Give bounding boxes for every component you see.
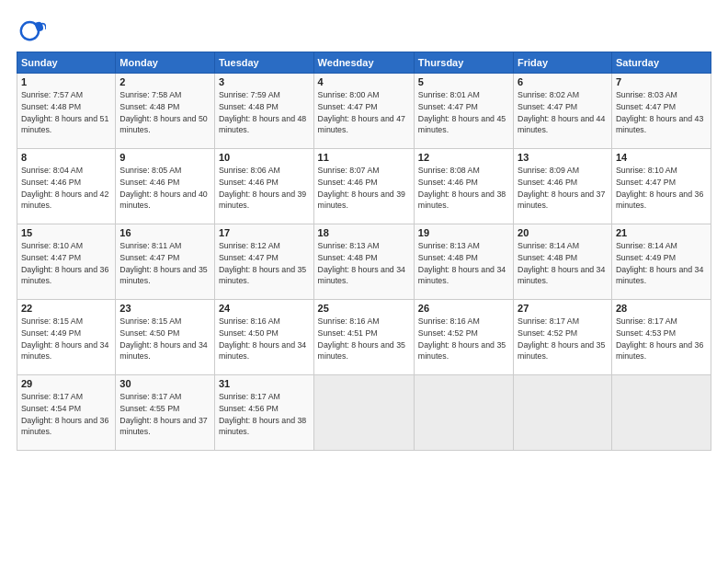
calendar-header-row: SundayMondayTuesdayWednesdayThursdayFrid… xyxy=(17,52,711,74)
day-info: Sunrise: 8:00 AM Sunset: 4:47 PM Dayligh… xyxy=(318,89,410,136)
day-info: Sunrise: 8:08 AM Sunset: 4:46 PM Dayligh… xyxy=(418,165,509,212)
day-number: 13 xyxy=(518,152,608,163)
calendar-cell: 29 Sunrise: 8:17 AM Sunset: 4:54 PM Dayl… xyxy=(17,375,116,451)
day-info: Sunrise: 8:05 AM Sunset: 4:46 PM Dayligh… xyxy=(119,165,210,212)
calendar-week-row: 29 Sunrise: 8:17 AM Sunset: 4:54 PM Dayl… xyxy=(17,375,711,451)
calendar-week-row: 1 Sunrise: 7:57 AM Sunset: 4:48 PM Dayli… xyxy=(17,74,711,149)
day-number: 9 xyxy=(119,152,210,163)
day-info: Sunrise: 8:15 AM Sunset: 4:50 PM Dayligh… xyxy=(119,316,210,362)
day-number: 20 xyxy=(518,227,608,238)
calendar-table: SundayMondayTuesdayWednesdayThursdayFrid… xyxy=(17,52,711,451)
day-number: 8 xyxy=(21,152,111,163)
calendar-cell xyxy=(414,375,513,451)
day-info: Sunrise: 8:17 AM Sunset: 4:53 PM Dayligh… xyxy=(616,316,707,362)
calendar-header-saturday: Saturday xyxy=(611,52,711,74)
day-info: Sunrise: 8:13 AM Sunset: 4:48 PM Dayligh… xyxy=(418,240,509,287)
calendar-cell: 4 Sunrise: 8:00 AM Sunset: 4:47 PM Dayli… xyxy=(313,74,414,149)
day-number: 10 xyxy=(219,152,310,163)
calendar-cell: 25 Sunrise: 8:16 AM Sunset: 4:51 PM Dayl… xyxy=(313,300,414,375)
calendar-cell: 27 Sunrise: 8:17 AM Sunset: 4:52 PM Dayl… xyxy=(514,300,612,375)
calendar-cell: 19 Sunrise: 8:13 AM Sunset: 4:48 PM Dayl… xyxy=(414,224,513,300)
calendar-cell xyxy=(313,375,414,451)
calendar-cell: 22 Sunrise: 8:15 AM Sunset: 4:49 PM Dayl… xyxy=(17,300,116,375)
calendar-week-row: 8 Sunrise: 8:04 AM Sunset: 4:46 PM Dayli… xyxy=(17,149,711,224)
calendar-header-wednesday: Wednesday xyxy=(313,52,414,74)
calendar-cell: 11 Sunrise: 8:07 AM Sunset: 4:46 PM Dayl… xyxy=(313,149,414,224)
day-info: Sunrise: 8:16 AM Sunset: 4:50 PM Dayligh… xyxy=(219,316,310,362)
calendar-cell: 5 Sunrise: 8:01 AM Sunset: 4:47 PM Dayli… xyxy=(414,74,513,149)
calendar-header-friday: Friday xyxy=(514,52,612,74)
day-info: Sunrise: 8:07 AM Sunset: 4:46 PM Dayligh… xyxy=(318,165,410,212)
day-number: 14 xyxy=(616,152,707,163)
page-container: SundayMondayTuesdayWednesdayThursdayFrid… xyxy=(0,0,728,563)
day-info: Sunrise: 8:14 AM Sunset: 4:49 PM Dayligh… xyxy=(616,240,707,287)
logo xyxy=(17,15,50,44)
day-number: 23 xyxy=(119,303,210,314)
header xyxy=(17,15,711,44)
calendar-header-sunday: Sunday xyxy=(17,52,116,74)
day-number: 16 xyxy=(119,227,210,238)
calendar-week-row: 22 Sunrise: 8:15 AM Sunset: 4:49 PM Dayl… xyxy=(17,300,711,375)
day-info: Sunrise: 8:16 AM Sunset: 4:51 PM Dayligh… xyxy=(318,316,410,362)
day-number: 6 xyxy=(518,76,608,87)
day-number: 11 xyxy=(318,152,410,163)
day-number: 30 xyxy=(119,378,210,389)
calendar-cell: 8 Sunrise: 8:04 AM Sunset: 4:46 PM Dayli… xyxy=(17,149,116,224)
day-number: 28 xyxy=(616,303,707,314)
day-info: Sunrise: 8:17 AM Sunset: 4:52 PM Dayligh… xyxy=(518,316,608,362)
calendar-cell: 31 Sunrise: 8:17 AM Sunset: 4:56 PM Dayl… xyxy=(214,375,313,451)
day-info: Sunrise: 8:01 AM Sunset: 4:47 PM Dayligh… xyxy=(418,89,509,136)
calendar-cell: 6 Sunrise: 8:02 AM Sunset: 4:47 PM Dayli… xyxy=(514,74,612,149)
calendar-header-monday: Monday xyxy=(116,52,215,74)
calendar-cell: 15 Sunrise: 8:10 AM Sunset: 4:47 PM Dayl… xyxy=(17,224,116,300)
logo-icon xyxy=(17,15,46,44)
day-number: 2 xyxy=(119,76,210,87)
calendar-cell: 18 Sunrise: 8:13 AM Sunset: 4:48 PM Dayl… xyxy=(313,224,414,300)
day-info: Sunrise: 8:10 AM Sunset: 4:47 PM Dayligh… xyxy=(616,165,707,212)
calendar-cell: 17 Sunrise: 8:12 AM Sunset: 4:47 PM Dayl… xyxy=(214,224,313,300)
day-info: Sunrise: 8:09 AM Sunset: 4:46 PM Dayligh… xyxy=(518,165,608,212)
calendar-cell: 21 Sunrise: 8:14 AM Sunset: 4:49 PM Dayl… xyxy=(611,224,711,300)
day-info: Sunrise: 8:10 AM Sunset: 4:47 PM Dayligh… xyxy=(21,240,111,287)
calendar-cell: 30 Sunrise: 8:17 AM Sunset: 4:55 PM Dayl… xyxy=(116,375,215,451)
day-number: 22 xyxy=(21,303,111,314)
calendar-cell: 12 Sunrise: 8:08 AM Sunset: 4:46 PM Dayl… xyxy=(414,149,513,224)
day-number: 15 xyxy=(21,227,111,238)
calendar-header-tuesday: Tuesday xyxy=(214,52,313,74)
calendar-cell: 1 Sunrise: 7:57 AM Sunset: 4:48 PM Dayli… xyxy=(17,74,116,149)
calendar-cell: 7 Sunrise: 8:03 AM Sunset: 4:47 PM Dayli… xyxy=(611,74,711,149)
day-info: Sunrise: 8:04 AM Sunset: 4:46 PM Dayligh… xyxy=(21,165,111,212)
day-info: Sunrise: 8:17 AM Sunset: 4:55 PM Dayligh… xyxy=(119,391,210,438)
calendar-cell: 13 Sunrise: 8:09 AM Sunset: 4:46 PM Dayl… xyxy=(514,149,612,224)
calendar-cell: 28 Sunrise: 8:17 AM Sunset: 4:53 PM Dayl… xyxy=(611,300,711,375)
day-number: 25 xyxy=(318,303,410,314)
day-info: Sunrise: 8:02 AM Sunset: 4:47 PM Dayligh… xyxy=(518,89,608,136)
day-info: Sunrise: 8:17 AM Sunset: 4:54 PM Dayligh… xyxy=(21,391,111,438)
day-number: 24 xyxy=(219,303,310,314)
day-number: 21 xyxy=(616,227,707,238)
calendar-cell: 2 Sunrise: 7:58 AM Sunset: 4:48 PM Dayli… xyxy=(116,74,215,149)
calendar-cell: 3 Sunrise: 7:59 AM Sunset: 4:48 PM Dayli… xyxy=(214,74,313,149)
day-number: 27 xyxy=(518,303,608,314)
day-number: 17 xyxy=(219,227,310,238)
day-number: 29 xyxy=(21,378,111,389)
calendar-cell: 20 Sunrise: 8:14 AM Sunset: 4:48 PM Dayl… xyxy=(514,224,612,300)
calendar-cell: 14 Sunrise: 8:10 AM Sunset: 4:47 PM Dayl… xyxy=(611,149,711,224)
day-number: 3 xyxy=(219,76,310,87)
day-info: Sunrise: 8:15 AM Sunset: 4:49 PM Dayligh… xyxy=(21,316,111,362)
calendar-cell: 24 Sunrise: 8:16 AM Sunset: 4:50 PM Dayl… xyxy=(214,300,313,375)
day-info: Sunrise: 8:12 AM Sunset: 4:47 PM Dayligh… xyxy=(219,240,310,287)
day-number: 1 xyxy=(21,76,111,87)
day-number: 26 xyxy=(418,303,509,314)
day-number: 7 xyxy=(616,76,707,87)
day-info: Sunrise: 7:59 AM Sunset: 4:48 PM Dayligh… xyxy=(219,89,310,136)
day-info: Sunrise: 8:06 AM Sunset: 4:46 PM Dayligh… xyxy=(219,165,310,212)
calendar-cell xyxy=(611,375,711,451)
day-info: Sunrise: 8:17 AM Sunset: 4:56 PM Dayligh… xyxy=(219,391,310,438)
calendar-cell: 23 Sunrise: 8:15 AM Sunset: 4:50 PM Dayl… xyxy=(116,300,215,375)
day-info: Sunrise: 8:16 AM Sunset: 4:52 PM Dayligh… xyxy=(418,316,509,362)
calendar-cell: 9 Sunrise: 8:05 AM Sunset: 4:46 PM Dayli… xyxy=(116,149,215,224)
day-info: Sunrise: 8:14 AM Sunset: 4:48 PM Dayligh… xyxy=(518,240,608,287)
day-number: 18 xyxy=(318,227,410,238)
day-info: Sunrise: 8:11 AM Sunset: 4:47 PM Dayligh… xyxy=(119,240,210,287)
